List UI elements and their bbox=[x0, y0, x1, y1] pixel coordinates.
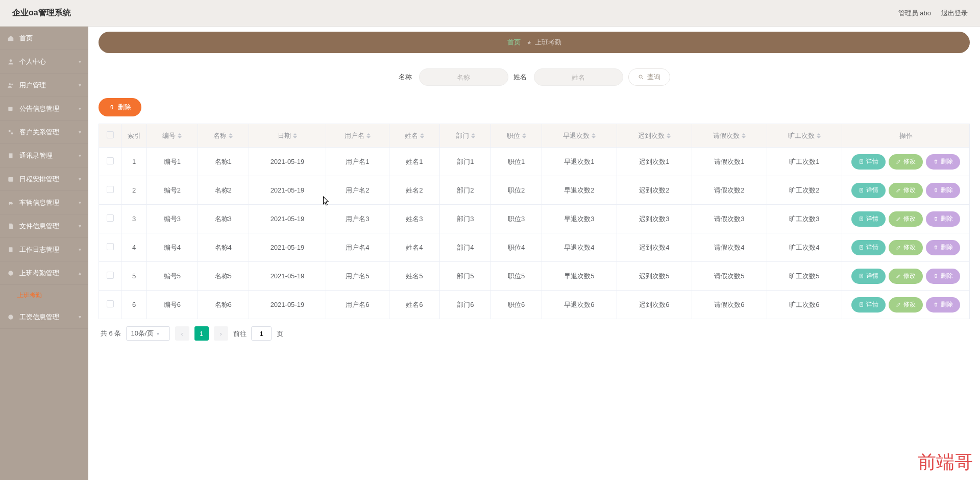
col-user[interactable]: 用户名 bbox=[345, 132, 364, 139]
edit-button[interactable]: 修改 bbox=[889, 211, 923, 227]
row-checkbox[interactable] bbox=[107, 186, 114, 193]
delete-button[interactable]: 删除 bbox=[926, 240, 960, 255]
sort-icon[interactable] bbox=[817, 133, 821, 138]
pager-jump: 前往 页 bbox=[233, 326, 283, 341]
filter-xing-label: 姓名 bbox=[513, 73, 527, 82]
edit-button[interactable]: 修改 bbox=[889, 154, 923, 170]
sort-icon[interactable] bbox=[293, 133, 297, 138]
cell-leave: 请假次数3 bbox=[692, 205, 767, 233]
delete-button[interactable]: 删除 bbox=[926, 154, 960, 170]
row-checkbox[interactable] bbox=[107, 300, 114, 307]
col-no[interactable]: 编号 bbox=[162, 132, 176, 139]
col-absent[interactable]: 旷工次数 bbox=[788, 132, 815, 139]
detail-button[interactable]: 详情 bbox=[851, 183, 886, 198]
pencil-icon bbox=[896, 187, 901, 193]
filter-xing-input[interactable] bbox=[534, 68, 623, 86]
sidebar-item-worklog[interactable]: 工作日志管理 ▾ bbox=[0, 238, 88, 261]
edit-button[interactable]: 修改 bbox=[889, 240, 923, 255]
sidebar-item-vehicle[interactable]: 车辆信息管理 ▾ bbox=[0, 191, 88, 214]
checkbox-all[interactable] bbox=[107, 131, 114, 138]
edit-button[interactable]: 修改 bbox=[889, 297, 923, 313]
col-name[interactable]: 名称 bbox=[213, 132, 227, 139]
sort-icon[interactable] bbox=[366, 133, 371, 138]
delete-button[interactable]: 删除 bbox=[926, 297, 960, 313]
filter-name-input[interactable] bbox=[419, 68, 508, 86]
cell-late: 迟到次数4 bbox=[617, 233, 692, 262]
cell-late: 迟到次数2 bbox=[617, 176, 692, 205]
col-late[interactable]: 迟到次数 bbox=[638, 132, 665, 139]
users-icon bbox=[7, 82, 14, 89]
sidebar-item-crm[interactable]: 客户关系管理 ▾ bbox=[0, 121, 88, 144]
sidebar-item-users[interactable]: 用户管理 ▾ bbox=[0, 74, 88, 97]
sort-icon[interactable] bbox=[471, 133, 475, 138]
col-xing[interactable]: 姓名 bbox=[405, 132, 418, 139]
pager-jump-input[interactable] bbox=[251, 326, 272, 341]
cell-dept: 部门6 bbox=[440, 291, 491, 319]
sidebar-sub-attendance[interactable]: 上班考勤 bbox=[0, 285, 88, 305]
trash-icon bbox=[933, 245, 939, 250]
row-checkbox[interactable] bbox=[107, 157, 114, 164]
col-leave[interactable]: 请假次数 bbox=[713, 132, 740, 139]
sidebar-item-profile[interactable]: 个人中心 ▾ bbox=[0, 50, 88, 74]
cell-leave: 请假次数1 bbox=[692, 148, 767, 176]
cell-user: 用户名6 bbox=[326, 291, 389, 319]
sidebar-item-label: 首页 bbox=[19, 34, 81, 43]
col-date[interactable]: 日期 bbox=[278, 132, 291, 139]
sidebar-item-notice[interactable]: 公告信息管理 ▾ bbox=[0, 97, 88, 121]
detail-button[interactable]: 详情 bbox=[851, 240, 886, 255]
sidebar-item-label: 工资信息管理 bbox=[19, 313, 79, 322]
sidebar-item-attendance[interactable]: 上班考勤管理 ▴ bbox=[0, 261, 88, 285]
cell-name: 名称1 bbox=[198, 148, 249, 176]
sort-icon[interactable] bbox=[178, 133, 182, 138]
col-dept[interactable]: 部门 bbox=[456, 132, 469, 139]
row-checkbox[interactable] bbox=[107, 272, 114, 279]
cell-xing: 姓名4 bbox=[389, 233, 440, 262]
sidebar-item-label: 工作日志管理 bbox=[19, 245, 79, 254]
svg-point-7 bbox=[9, 204, 10, 205]
page-size-select[interactable]: 10条/页 ▾ bbox=[126, 326, 169, 341]
filter-name-label: 名称 bbox=[399, 73, 412, 82]
chevron-down-icon: ▾ bbox=[79, 314, 81, 320]
delete-button[interactable]: 删除 bbox=[926, 269, 960, 284]
bulk-delete-button[interactable]: 删除 bbox=[99, 98, 141, 116]
admin-label[interactable]: 管理员 abo bbox=[898, 9, 931, 18]
logout-link[interactable]: 退出登录 bbox=[941, 9, 968, 18]
col-early[interactable]: 早退次数 bbox=[563, 132, 590, 139]
sidebar-item-schedule[interactable]: 日程安排管理 ▾ bbox=[0, 167, 88, 191]
row-checkbox[interactable] bbox=[107, 243, 114, 250]
cell-pos: 职位4 bbox=[491, 233, 542, 262]
query-button[interactable]: 查询 bbox=[628, 68, 670, 86]
breadcrumb: 首页 ★ 上班考勤 bbox=[99, 32, 970, 53]
sort-icon[interactable] bbox=[592, 133, 596, 138]
sort-icon[interactable] bbox=[522, 133, 526, 138]
detail-button[interactable]: 详情 bbox=[851, 269, 886, 284]
sidebar-item-home[interactable]: 首页 bbox=[0, 27, 88, 50]
sort-icon[interactable] bbox=[420, 133, 424, 138]
delete-button[interactable]: 删除 bbox=[926, 183, 960, 198]
detail-button[interactable]: 详情 bbox=[851, 154, 886, 170]
table-row: 6编号6名称62021-05-19用户名6姓名6部门6职位6早退次数6迟到次数6… bbox=[99, 291, 970, 319]
cell-date: 2021-05-19 bbox=[249, 205, 326, 233]
row-actions: 详情修改删除 bbox=[846, 183, 965, 198]
delete-button[interactable]: 删除 bbox=[926, 211, 960, 227]
breadcrumb-home[interactable]: 首页 bbox=[507, 38, 521, 47]
cell-name: 名称2 bbox=[198, 176, 249, 205]
sort-icon[interactable] bbox=[229, 133, 233, 138]
col-index[interactable]: 索引 bbox=[128, 132, 141, 139]
edit-button[interactable]: 修改 bbox=[889, 269, 923, 284]
pager-prev[interactable]: ‹ bbox=[175, 326, 189, 341]
col-pos[interactable]: 职位 bbox=[507, 132, 520, 139]
detail-button[interactable]: 详情 bbox=[851, 211, 886, 227]
row-checkbox[interactable] bbox=[107, 214, 114, 222]
detail-button[interactable]: 详情 bbox=[851, 297, 886, 313]
sidebar-item-contacts[interactable]: 通讯录管理 ▾ bbox=[0, 144, 88, 167]
cell-xing: 姓名1 bbox=[389, 148, 440, 176]
sort-icon[interactable] bbox=[742, 133, 746, 138]
pager-next[interactable]: › bbox=[214, 326, 228, 341]
attendance-table: 索引 编号 名称 日期 用户名 姓名 部门 职位 早退次数 迟到次数 请假次数 … bbox=[99, 124, 970, 319]
sidebar-item-files[interactable]: 文件信息管理 ▾ bbox=[0, 214, 88, 238]
pager-current[interactable]: 1 bbox=[194, 326, 209, 341]
sort-icon[interactable] bbox=[667, 133, 671, 138]
sidebar-item-salary[interactable]: 工资信息管理 ▾ bbox=[0, 305, 88, 329]
edit-button[interactable]: 修改 bbox=[889, 183, 923, 198]
